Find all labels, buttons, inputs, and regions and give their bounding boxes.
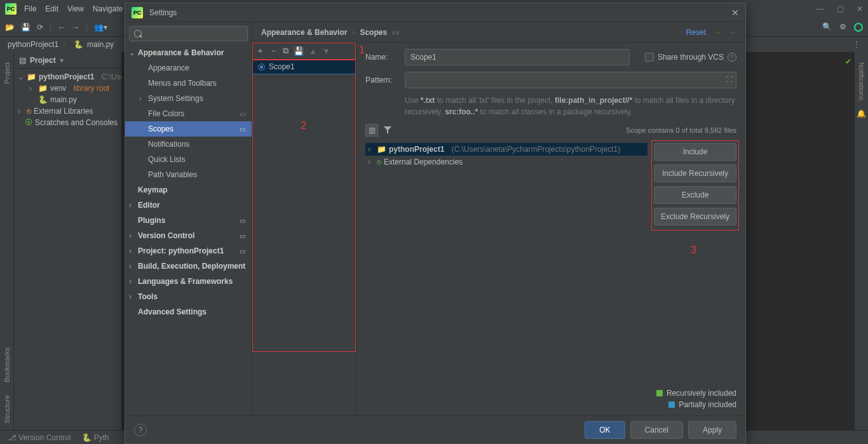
share-vcs-label: Share through VCS <box>658 53 724 62</box>
apply-button[interactable]: Apply <box>688 421 736 439</box>
svg-point-0 <box>855 24 862 31</box>
crumb-appearance[interactable]: Appearance & Behavior <box>261 28 347 37</box>
add-scope-icon[interactable]: ＋ <box>256 45 264 57</box>
refresh-icon[interactable]: ⟳ <box>37 23 43 32</box>
menu-file[interactable]: File <box>24 4 36 13</box>
nav-appearance-behavior[interactable]: ⌄Appearance & Behavior <box>125 45 252 60</box>
save-icon[interactable]: 💾 <box>21 23 31 32</box>
scope-name-input[interactable] <box>405 49 630 65</box>
scope-count: Scope contains 0 of total 9,582 files <box>626 126 736 134</box>
nav-build[interactable]: ›Build, Execution, Deployment <box>125 259 252 274</box>
pattern-input[interactable] <box>405 72 736 88</box>
close-icon[interactable]: ✕ <box>857 4 863 13</box>
nav-notifications[interactable]: Notifications <box>125 137 252 152</box>
scope-item[interactable]: Scope1 <box>252 59 356 74</box>
status-python[interactable]: 🐍 Pyth <box>82 433 109 442</box>
panel-dropdown-icon[interactable]: ▾ <box>60 56 64 65</box>
filter-icon[interactable] <box>383 126 392 135</box>
project-tree: ⌄📁 pythonProject1 C:\Users ›📁 venv libra… <box>14 69 121 131</box>
open-icon[interactable]: 📂 <box>5 23 15 32</box>
share-vcs-checkbox[interactable] <box>645 53 654 62</box>
file-tree-root[interactable]: ›📁 pythonProject1 (C:\Users\aneta\Pychar… <box>365 143 648 156</box>
legend: Recursively included Partially included <box>654 389 736 409</box>
circle-icon[interactable] <box>854 22 863 32</box>
gutter-project[interactable]: Project <box>3 62 11 84</box>
gutter-notifications[interactable]: Notifications <box>858 62 865 100</box>
left-gutter: Project Bookmarks Structure <box>0 52 14 430</box>
exclude-button[interactable]: Exclude <box>654 186 736 204</box>
settings-nav: ⌄Appearance & Behavior Appearance Menus … <box>125 22 252 415</box>
settings-dialog: PC Settings ✕ ⌄Appearance & Behavior App… <box>125 3 746 444</box>
expand-pattern-icon[interactable]: ⛶ <box>726 76 733 83</box>
back-icon[interactable]: ← <box>58 23 65 32</box>
project-panel: ▤ Project ▾ ⌄📁 pythonProject1 C:\Users ›… <box>14 52 122 430</box>
more-icon[interactable]: ⋮ <box>853 40 860 49</box>
tree-venv[interactable]: ›📁 venv library root <box>14 83 121 94</box>
search-icon[interactable]: 🔍 <box>822 22 832 31</box>
include-button[interactable]: Include <box>654 143 736 161</box>
menu-bar: File Edit View Navigate <box>24 4 123 13</box>
nav-project[interactable]: ›Project: pythonProject1▭ <box>125 243 252 259</box>
nav-tools[interactable]: ›Tools <box>125 289 252 304</box>
remove-scope-icon[interactable]: － <box>269 45 278 57</box>
tree-scratches[interactable]: ⦿ Scratches and Consoles <box>14 117 121 128</box>
gutter-bookmarks[interactable]: Bookmarks <box>3 347 11 382</box>
nav-keymap[interactable]: Keymap <box>125 182 252 198</box>
nav-advanced[interactable]: Advanced Settings <box>125 304 252 320</box>
nav-menus-toolbars[interactable]: Menus and Toolbars <box>125 76 252 91</box>
include-recursively-button[interactable]: Include Recursively <box>654 165 736 182</box>
nav-forward-icon[interactable]: → <box>729 28 736 37</box>
panel-title: Project <box>30 56 56 65</box>
check-icon: ✔ <box>845 57 851 66</box>
nav-system-settings[interactable]: ›System Settings <box>125 91 252 106</box>
action-buttons: Include Include Recursively Exclude Excl… <box>654 143 736 382</box>
nav-path-variables[interactable]: Path Variables <box>125 167 252 182</box>
dialog-close-icon[interactable]: ✕ <box>731 8 739 18</box>
status-vc[interactable]: ⎇ Version Control <box>8 433 71 442</box>
menu-edit[interactable]: Edit <box>45 4 58 13</box>
settings-search-input[interactable] <box>129 26 248 41</box>
nav-lang-fw[interactable]: ›Languages & Frameworks <box>125 274 252 289</box>
breadcrumb-project[interactable]: pythonProject1 <box>8 40 58 49</box>
menu-navigate[interactable]: Navigate <box>93 4 123 13</box>
ok-button[interactable]: OK <box>585 421 625 439</box>
dialog-title: Settings <box>149 8 177 17</box>
menu-view[interactable]: View <box>67 4 84 13</box>
dialog-help-icon[interactable]: ? <box>134 424 147 436</box>
nav-quick-lists[interactable]: Quick Lists <box>125 152 252 167</box>
gutter-structure[interactable]: Structure <box>3 395 11 424</box>
help-icon[interactable]: ? <box>728 53 736 62</box>
tree-root[interactable]: ⌄📁 pythonProject1 C:\Users <box>14 71 121 83</box>
bell-icon[interactable]: 🔔 <box>857 109 866 118</box>
scope-detail: Name: Share through VCS ? Pattern: ⛶ <box>356 43 745 415</box>
forward-icon[interactable]: → <box>72 23 79 32</box>
pycharm-logo: PC <box>5 3 17 15</box>
dialog-logo: PC <box>132 7 143 18</box>
nav-file-colors[interactable]: File Colors▭ <box>125 106 252 121</box>
save-scope-icon[interactable]: 💾 <box>294 46 304 56</box>
nav-plugins[interactable]: Plugins▭ <box>125 213 252 228</box>
python-file-icon: 🐍 <box>74 40 83 49</box>
nav-scopes[interactable]: Scopes▭ <box>125 121 252 137</box>
view-mode-icon[interactable]: ▥ <box>365 124 378 137</box>
tree-main[interactable]: 🐍 main.py <box>14 94 121 105</box>
nav-editor[interactable]: ›Editor <box>125 198 252 213</box>
maximize-icon[interactable]: ▢ <box>837 4 844 13</box>
move-down-icon[interactable]: ▼ <box>322 46 330 56</box>
users-icon[interactable]: 👥▾ <box>94 23 107 32</box>
nav-back-icon[interactable]: ← <box>715 28 722 37</box>
name-label: Name: <box>365 53 397 62</box>
cancel-button[interactable]: Cancel <box>630 421 683 439</box>
reset-button[interactable]: Reset <box>686 28 706 37</box>
move-up-icon[interactable]: ▲ <box>309 46 317 56</box>
scope-list-panel: ＋ － ⧉ 💾 ▲ ▼ Scope1 <box>252 43 356 415</box>
copy-scope-icon[interactable]: ⧉ <box>283 46 288 56</box>
tree-ext-libs[interactable]: ›⎋ External Libraries <box>14 105 121 117</box>
exclude-recursively-button[interactable]: Exclude Recursively <box>654 208 736 225</box>
nav-appearance[interactable]: Appearance <box>125 60 252 76</box>
breadcrumb-file[interactable]: main.py <box>87 40 114 49</box>
file-tree-ext[interactable]: ›⎋ External Dependencies <box>365 156 648 168</box>
nav-version-control[interactable]: ›Version Control▭ <box>125 228 252 243</box>
minimize-icon[interactable]: — <box>817 4 824 13</box>
settings-icon[interactable]: ⚙ <box>839 22 846 31</box>
